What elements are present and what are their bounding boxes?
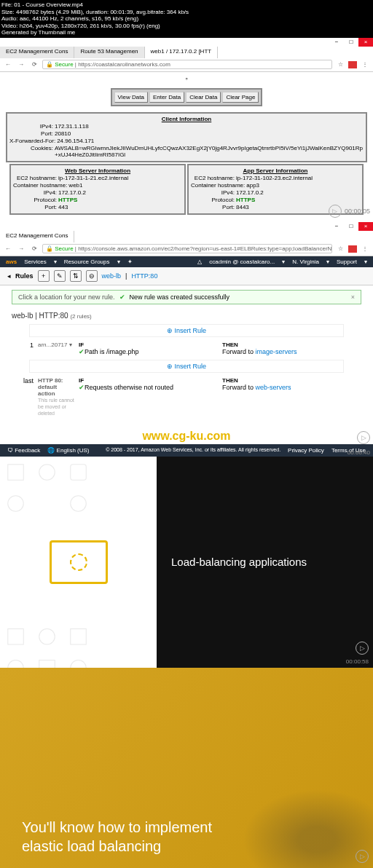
clear-data-button[interactable]: Clear Data xyxy=(186,92,221,103)
browser-window-1: − □ × EC2 Management Cons Route 53 Manag… xyxy=(0,38,373,72)
check-icon: ✔ xyxy=(119,293,125,301)
forward-icon[interactable]: → xyxy=(16,244,26,254)
play-overlay-icon[interactable]: ▷ xyxy=(356,642,369,655)
star-icon[interactable]: ☆ xyxy=(335,60,345,70)
rules-label: Rules xyxy=(15,272,34,280)
play-overlay-icon[interactable]: ▷ xyxy=(329,205,342,218)
tab-route53[interactable]: Route 53 Managemen xyxy=(74,47,144,58)
secure-label: Secure xyxy=(55,245,73,252)
check-icon: ✔ xyxy=(79,384,85,391)
broken-image-icon: ▫ xyxy=(3,75,370,82)
slide-load-balancing: Load-balancing applications ▷ 00:00:58 xyxy=(0,457,373,668)
rule-arn: arn...20717 ▾ xyxy=(38,342,74,355)
minimize-button[interactable]: − xyxy=(329,222,344,231)
add-rule-button[interactable]: + xyxy=(38,270,50,282)
listener-link[interactable]: HTTP:80 xyxy=(131,272,157,280)
port-label: Port: xyxy=(191,204,235,210)
rule-default-label: HTTP 80: default actionThis rule cannot … xyxy=(38,377,74,417)
lb-name-link[interactable]: web-lb xyxy=(102,272,122,280)
reload-icon[interactable]: ⟳ xyxy=(29,244,39,254)
bell-icon[interactable]: △ xyxy=(197,259,202,265)
svg-point-9 xyxy=(8,660,24,668)
insert-rule-button[interactable]: ⊕ Insert Rule xyxy=(29,324,344,337)
lock-icon: 🔒 xyxy=(46,61,53,68)
web-server-box: Web Server Information EC2 hostname:ip-1… xyxy=(9,164,186,215)
svg-rect-10 xyxy=(39,660,55,668)
slide-elastic-lb: You'll know how to implement elastic loa… xyxy=(0,668,373,868)
back-icon[interactable]: ← xyxy=(3,244,13,254)
if-label: IF xyxy=(79,377,218,384)
privacy-link[interactable]: Privacy Policy xyxy=(288,447,324,454)
insert-rule-button[interactable]: ⊕ Insert Rule xyxy=(29,360,344,373)
svg-point-3 xyxy=(8,496,24,512)
gear-icon xyxy=(70,553,87,571)
reorder-button[interactable]: ⇅ xyxy=(70,270,82,282)
back-button[interactable]: ◂ xyxy=(7,272,11,280)
protocol-label: Protocol: xyxy=(13,197,57,203)
extension-icon[interactable] xyxy=(348,245,357,253)
extension-icon[interactable] xyxy=(348,61,357,68)
listener-name: web-lb | HTTP:80 xyxy=(12,312,68,320)
view-data-button[interactable]: View Data xyxy=(114,92,148,103)
target-group-link[interactable]: web-servers xyxy=(256,384,291,391)
protocol-label: Protocol: xyxy=(191,197,235,203)
edit-rule-button[interactable]: ✎ xyxy=(54,270,66,282)
watermark: www.cg-ku.com xyxy=(0,428,373,444)
maximize-button[interactable]: □ xyxy=(344,222,358,231)
pin-icon[interactable]: ✦ xyxy=(127,259,133,265)
reload-icon[interactable]: ⟳ xyxy=(29,60,39,70)
minimize-button[interactable]: − xyxy=(329,38,344,47)
close-button[interactable]: × xyxy=(358,38,373,47)
maximize-button[interactable]: □ xyxy=(344,38,358,47)
menu-icon[interactable]: ⋮ xyxy=(360,60,370,70)
enter-data-button[interactable]: Enter Data xyxy=(149,92,184,103)
video-metadata: File: 01 - Course Overview.mp4 Size: 449… xyxy=(0,0,373,38)
forward-label: Forward to xyxy=(222,348,256,355)
feedback-link[interactable]: 🗨 Feedback xyxy=(7,447,40,454)
language-link[interactable]: 🌐 English (US) xyxy=(47,447,89,454)
client-info-title: Client Information xyxy=(9,116,364,122)
ec2-host-value: ip-172-31-1-21.ec2.internal xyxy=(58,175,128,181)
then-label: THEN xyxy=(222,377,361,384)
target-group-link[interactable]: image-servers xyxy=(256,348,297,355)
address-bar[interactable]: 🔒 Secure | https://console.aws.amazon.co… xyxy=(42,244,332,253)
forward-icon[interactable]: → xyxy=(16,60,26,70)
resource-groups-menu[interactable]: Resource Groups xyxy=(64,259,110,265)
close-icon[interactable]: × xyxy=(351,293,355,301)
xf-label: X-Forwarded-For: xyxy=(9,138,55,144)
close-button[interactable]: × xyxy=(358,222,373,231)
rules-toolbar: ◂ Rules + ✎ ⇅ ⊖ web-lb | HTTP:80 xyxy=(0,267,373,285)
chevron-down-icon: ▾ xyxy=(54,259,57,265)
browser-window-2: − □ × EC2 Management Cons ← → ⟳ 🔒 Secure… xyxy=(0,222,373,256)
port-value: 443 xyxy=(58,204,68,210)
tab-ec2[interactable]: EC2 Management Cons xyxy=(0,47,74,58)
address-bar[interactable]: 🔒 Secure | https://coastalcarolinanetwor… xyxy=(42,60,332,69)
container-value: app3 xyxy=(246,182,259,189)
support-menu[interactable]: Support xyxy=(337,259,357,265)
tab-web1[interactable]: web1 / 172.17.0.2 [HTT xyxy=(145,47,219,58)
back-icon[interactable]: ← xyxy=(3,60,13,70)
meta-audio: Audio: aac, 44100 Hz, 2 channels, s16, 9… xyxy=(1,15,372,23)
svg-rect-8 xyxy=(71,629,87,645)
meta-file: File: 01 - Course Overview.mp4 xyxy=(1,1,372,9)
star-icon[interactable]: ☆ xyxy=(335,244,345,254)
user-menu[interactable]: ccadmin @ coastalcaro... xyxy=(209,259,275,265)
xf-value: 24.96.154.171 xyxy=(57,138,94,144)
then-label: THEN xyxy=(222,342,361,348)
region-menu[interactable]: N. Virginia xyxy=(292,259,319,265)
delete-button[interactable]: ⊖ xyxy=(86,270,98,282)
svg-rect-0 xyxy=(8,465,24,481)
play-overlay-icon[interactable]: ▷ xyxy=(357,431,370,444)
ec2-host-value: ip-172-31-102-23.ec2.internal xyxy=(236,175,313,181)
ec2-host-label: EC2 hostname: xyxy=(13,175,57,181)
rule-number: 1 xyxy=(12,342,34,355)
clear-page-button[interactable]: Clear Page xyxy=(222,92,259,103)
success-notice: Click a location for your new rule. ✔ Ne… xyxy=(12,290,361,304)
aws-logo[interactable]: aws xyxy=(6,259,17,265)
cookies-label: Cookies: xyxy=(9,145,53,158)
timestamp: 00:00:58 xyxy=(346,658,369,665)
menu-icon[interactable]: ⋮ xyxy=(360,244,370,254)
services-menu[interactable]: Services xyxy=(24,259,47,265)
tab-ec2[interactable]: EC2 Management Cons xyxy=(0,231,74,242)
play-overlay-icon[interactable]: ▷ xyxy=(356,850,369,863)
